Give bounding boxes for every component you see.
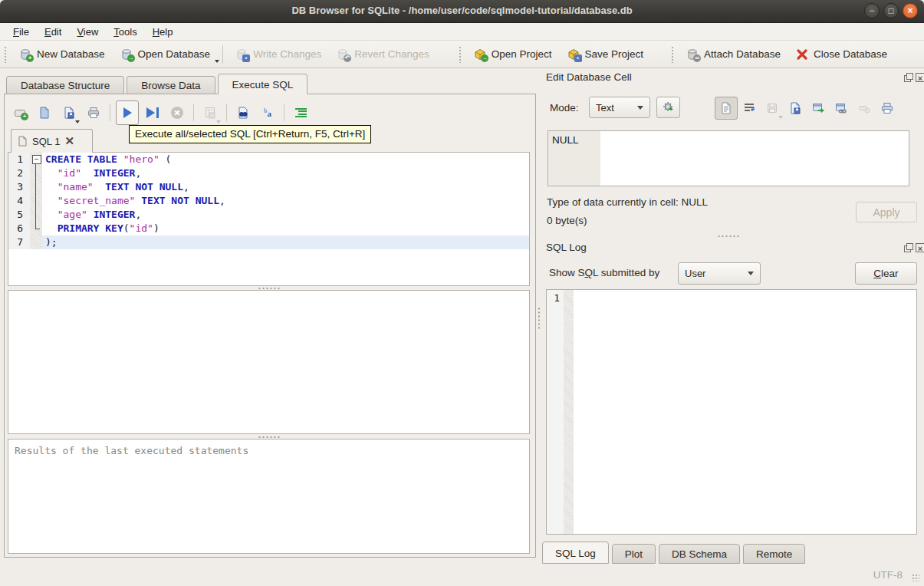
menu-tools[interactable]: Tools [107, 25, 143, 39]
clear-log-button[interactable]: Clear [855, 262, 917, 285]
new-database-icon: + [19, 48, 31, 61]
code-line[interactable]: 7); [8, 235, 529, 249]
find-button[interactable] [232, 102, 254, 123]
splitter-dock[interactable] [713, 234, 744, 238]
execute-all-icon [123, 107, 132, 118]
splitter-main-dock[interactable] [537, 303, 541, 334]
close-button[interactable]: × [903, 3, 918, 18]
results-message-pane[interactable]: Results of the last executed statements [8, 439, 530, 554]
code-line[interactable]: 2 "id" INTEGER, [8, 166, 529, 180]
dock-tab-plot[interactable]: Plot [612, 544, 656, 564]
encoding-indicator[interactable]: UTF-8 [873, 569, 903, 581]
gear-import-icon [663, 101, 675, 114]
attach-database-button[interactable]: ∞ Attach Database [679, 44, 788, 64]
tab-browse-data[interactable]: Browse Data [127, 76, 215, 94]
code-lines: 1CREATE TABLE "hero" (2 "id" INTEGER,3 "… [8, 153, 529, 249]
cell-value: NULL [552, 134, 579, 146]
line-number: 1 [8, 153, 30, 166]
new-database-button[interactable]: + New Database [12, 44, 113, 64]
open-project-button[interactable]: → Open Project [466, 44, 560, 64]
execute-current-line-button[interactable] [142, 102, 163, 123]
import-as-mode-button[interactable] [656, 97, 680, 118]
code-text: ); [42, 235, 529, 249]
minimize-button[interactable]: − [864, 3, 880, 18]
maximize-button[interactable]: □ [883, 3, 899, 18]
save-sql-file-button[interactable] [58, 102, 80, 123]
toolbar-grip[interactable] [459, 46, 462, 63]
sql-code-editor[interactable]: 1CREATE TABLE "hero" (2 "id" INTEGER,3 "… [8, 152, 530, 286]
stop-icon [171, 107, 183, 119]
write-changes-icon: ▪ [235, 48, 248, 61]
import-cell-button[interactable] [784, 97, 807, 120]
close-sql-tab-icon[interactable]: ✕ [64, 136, 74, 146]
dock-tab-remote[interactable]: Remote [743, 544, 805, 564]
word-wrap-button[interactable] [738, 97, 761, 120]
close-database-button[interactable]: Close Database [788, 44, 895, 64]
close-dock-icon[interactable]: × [916, 243, 924, 252]
menu-help[interactable]: Help [146, 25, 180, 39]
float-dock-icon[interactable] [903, 73, 912, 82]
menu-view[interactable]: View [70, 25, 105, 39]
code-line[interactable]: 1CREATE TABLE "hero" ( [8, 153, 529, 166]
print-cell-button[interactable] [876, 97, 899, 120]
results-grid-pane[interactable] [8, 290, 530, 434]
mode-label: Mode: [550, 102, 579, 114]
word-wrap-icon [743, 102, 755, 114]
open-sql-file-button[interactable] [34, 102, 55, 123]
dock-tab-db-schema[interactable]: DB Schema [659, 544, 740, 564]
menu-file[interactable]: File [6, 25, 36, 39]
save-sql-dropdown-icon[interactable] [75, 120, 80, 123]
open-database-dropdown-icon[interactable] [215, 60, 219, 63]
execute-all-button[interactable] [116, 100, 139, 125]
sql-log-filter-combobox[interactable]: User [678, 262, 761, 285]
mode-combobox[interactable]: Text [589, 97, 650, 118]
tab-execute-sql[interactable]: Execute SQL [218, 74, 308, 94]
open-project-icon: → [474, 48, 486, 61]
revert-changes-button: ↶ Revert Changes [329, 44, 437, 64]
export-cell-button[interactable] [807, 97, 830, 120]
fold-margin[interactable] [30, 166, 42, 180]
format-sql-button[interactable] [290, 102, 311, 123]
code-line[interactable]: 5 "age" INTEGER, [8, 208, 529, 222]
menu-edit[interactable]: Edit [38, 25, 68, 39]
open-url-button[interactable] [830, 97, 853, 120]
cell-value-editor[interactable]: NULL [547, 130, 909, 186]
save-cell-button [761, 97, 784, 120]
print-sql-button[interactable] [83, 102, 104, 123]
float-dock-icon[interactable] [903, 243, 912, 252]
fold-margin[interactable] [30, 194, 42, 208]
code-text: "id" INTEGER, [42, 166, 529, 180]
auto-completion-button[interactable]: ba [257, 102, 278, 123]
sql-log-area[interactable]: 1 [546, 289, 917, 535]
code-text: "age" INTEGER, [42, 208, 529, 222]
fold-margin[interactable] [30, 180, 42, 194]
fold-margin[interactable] [30, 208, 42, 222]
open-database-button[interactable]: → Open Database [113, 44, 219, 64]
toolbar-grip[interactable] [671, 46, 675, 63]
code-text: CREATE TABLE "hero" ( [42, 153, 529, 166]
sql-document-tab[interactable]: SQL 1 ✕ [11, 129, 93, 153]
dock-tab-sql-log[interactable]: SQL Log [542, 542, 609, 564]
fold-margin[interactable] [30, 153, 42, 166]
fold-margin[interactable] [30, 235, 42, 249]
titlebar[interactable]: DB Browser for SQLite - /home/user/code/… [0, 0, 924, 23]
sql-log-filter-label: Show SQL submitted by [549, 267, 659, 278]
save-project-button[interactable]: ▪ Save Project [560, 44, 652, 64]
execute-current-line-icon [146, 107, 155, 118]
sql-log-gutter: 1 [547, 290, 564, 534]
chevron-down-icon [637, 106, 643, 110]
dock-tabbar: SQL Log Plot DB Schema Remote [542, 542, 808, 564]
code-line[interactable]: 6 PRIMARY KEY("id") [8, 222, 529, 235]
code-line[interactable]: 4 "secret_name" TEXT NOT NULL, [8, 194, 529, 208]
code-line[interactable]: 3 "name" TEXT NOT NULL, [8, 180, 529, 194]
tab-database-structure[interactable]: Database Structure [6, 76, 124, 94]
resize-grip[interactable] [912, 574, 919, 581]
new-sql-tab-button[interactable]: + [9, 102, 31, 123]
sql-document-icon [18, 136, 28, 146]
toolbar-grip[interactable] [4, 46, 8, 63]
close-dock-icon[interactable]: × [916, 73, 924, 82]
text-mode-button[interactable] [715, 97, 738, 120]
fold-margin[interactable] [30, 222, 42, 235]
find-icon [237, 107, 249, 119]
format-sql-icon [295, 108, 307, 118]
